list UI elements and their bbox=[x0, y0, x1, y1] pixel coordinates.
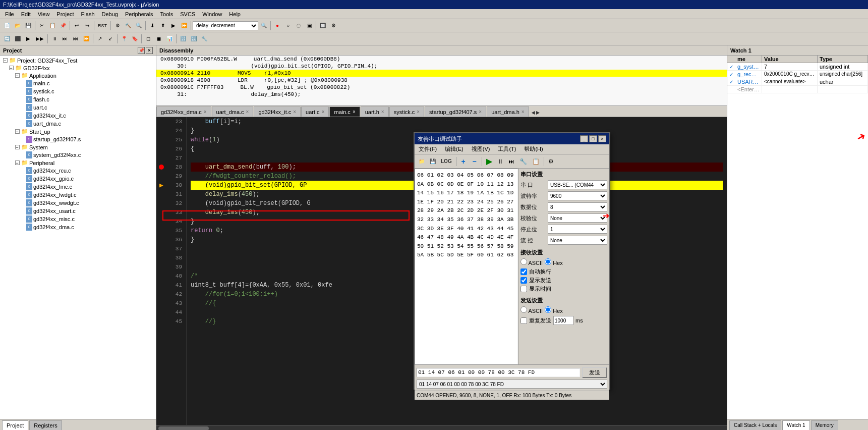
menu-edit[interactable]: Edit bbox=[18, 11, 34, 18]
save-btn[interactable]: 💾 bbox=[23, 21, 33, 31]
find-func-btn[interactable]: 🔍 bbox=[259, 21, 269, 31]
tb2-btn-16[interactable]: 🔢 bbox=[178, 34, 188, 44]
expand-peripheral[interactable]: − bbox=[14, 160, 20, 166]
tb2-btn-8[interactable]: ⏩ bbox=[81, 34, 91, 44]
serial-menu-view[interactable]: 视图(V) bbox=[470, 145, 492, 153]
function-select[interactable]: delay_decrement bbox=[193, 21, 258, 30]
tab-uart[interactable]: uart.c × bbox=[301, 106, 329, 117]
tb2-btn-18[interactable]: 🔧 bbox=[199, 34, 209, 44]
tree-wwdgt-c[interactable]: C gd32f4xx_wwdgt.c bbox=[0, 199, 156, 207]
tb2-btn-4[interactable]: ▶▶ bbox=[34, 34, 46, 44]
tb-btn-1[interactable]: RST bbox=[96, 21, 109, 31]
serial-tb-clear[interactable]: + bbox=[458, 156, 469, 167]
menu-project[interactable]: Project bbox=[53, 11, 77, 18]
run-btn[interactable]: ○ bbox=[283, 21, 293, 31]
send-input-field[interactable] bbox=[417, 368, 580, 377]
serial-minimize-btn[interactable]: _ bbox=[580, 135, 588, 142]
tb-btn-7[interactable]: ▶ bbox=[168, 21, 179, 31]
tab-close-systick[interactable]: × bbox=[417, 109, 420, 115]
tree-system-c[interactable]: C system_gd32f4xx.c bbox=[0, 151, 156, 159]
menu-view[interactable]: View bbox=[35, 11, 53, 18]
serial-tb-play[interactable]: ▶ bbox=[484, 156, 494, 167]
tab-scroll-right[interactable]: ► bbox=[536, 110, 540, 117]
new-btn[interactable]: 📄 bbox=[2, 21, 12, 31]
expand-system[interactable]: − bbox=[14, 144, 20, 150]
tree-systick-c[interactable]: C systick.c bbox=[0, 87, 156, 95]
tb2-btn-6[interactable]: ⏭ bbox=[60, 34, 70, 44]
panel-close-btn[interactable]: ✕ bbox=[146, 47, 153, 54]
serial-tb-pause[interactable]: ⏸ bbox=[495, 156, 505, 167]
expand-project[interactable]: − bbox=[2, 58, 8, 64]
horizontal-scrollbar[interactable] bbox=[156, 425, 727, 430]
tb-btn-5[interactable]: ⬇ bbox=[147, 21, 157, 31]
watch-row-1[interactable]: ✓ g_systick 7 unsigned int bbox=[727, 63, 868, 71]
tab-call-stack[interactable]: Call Stack + Locals bbox=[729, 420, 781, 431]
port-select[interactable]: USB-SE... (COM44 bbox=[548, 180, 607, 189]
copy-btn[interactable]: 📋 bbox=[47, 21, 57, 31]
databits-select[interactable]: 8 bbox=[548, 202, 607, 211]
undo-btn[interactable]: ↩ bbox=[72, 21, 82, 31]
tab-memory[interactable]: Memory bbox=[811, 420, 838, 431]
tree-startup-s[interactable]: S startup_gd32f407.s bbox=[0, 135, 156, 143]
tree-startup-folder[interactable]: − 📁 Start_up bbox=[0, 128, 156, 135]
tb2-btn-5[interactable]: ⏸ bbox=[49, 34, 60, 44]
serial-menu-file[interactable]: 文件(F) bbox=[417, 145, 439, 153]
ascii-radio-label[interactable]: ASCII bbox=[520, 258, 543, 266]
tb2-btn-1[interactable]: 🔄 bbox=[2, 34, 12, 44]
tb2-btn-14[interactable]: ◼ bbox=[154, 34, 164, 44]
tree-gpio-c[interactable]: C gd32f4xx_gpio.c bbox=[0, 175, 156, 183]
serial-menu-tools[interactable]: 工具(T) bbox=[496, 145, 518, 153]
tree-misc-c[interactable]: C gd32f4xx_misc.c bbox=[0, 215, 156, 223]
tab-close-gd32dma[interactable]: × bbox=[204, 109, 207, 115]
tb2-btn-7[interactable]: ⏮ bbox=[71, 34, 81, 44]
settings-btn[interactable]: ⚙ bbox=[328, 21, 338, 31]
debug-btn[interactable]: ● bbox=[272, 21, 282, 31]
menu-window[interactable]: Window bbox=[199, 11, 225, 18]
step-btn[interactable]: ◌ bbox=[294, 21, 304, 31]
serial-close-btn[interactable]: × bbox=[598, 135, 606, 142]
serial-menu-edit[interactable]: 编辑(E) bbox=[443, 145, 466, 153]
show-send-check[interactable] bbox=[520, 277, 527, 284]
tab-main[interactable]: main.c × bbox=[329, 106, 360, 117]
serial-tb-step[interactable]: ⏭ bbox=[506, 156, 516, 167]
tab-systick[interactable]: systick.c × bbox=[389, 106, 424, 117]
auto-newline-check[interactable] bbox=[520, 268, 527, 275]
tab-scroll-left[interactable]: ◄ bbox=[532, 110, 535, 117]
serial-tb-icon5[interactable]: 📋 bbox=[530, 156, 542, 167]
tb-btn-6[interactable]: ⬆ bbox=[158, 21, 168, 31]
tree-gd32f4xx[interactable]: − 📁 GD32F4xx bbox=[0, 64, 156, 72]
tab-uart-dma-h[interactable]: uart_dma.h × bbox=[487, 106, 529, 117]
tree-fwdgt-c[interactable]: C gd32f4xx_fwdgt.c bbox=[0, 191, 156, 199]
tab-close-uart-h[interactable]: × bbox=[381, 109, 384, 115]
tab-uart-dma[interactable]: uart_dma.c × bbox=[212, 106, 254, 117]
serial-tb-btn-3[interactable]: LOG bbox=[439, 156, 454, 167]
send-button[interactable]: 发送 bbox=[582, 367, 607, 378]
tree-fmc-c[interactable]: C gd32f4xx_fmc.c bbox=[0, 183, 156, 191]
expand-gd32[interactable]: − bbox=[8, 65, 14, 71]
tab-startup[interactable]: startup_gd32f407.s × bbox=[425, 106, 486, 117]
tb2-btn-13[interactable]: ◻ bbox=[143, 34, 153, 44]
tab-gd32it[interactable]: gd32f4xx_it.c × bbox=[254, 106, 301, 117]
tb2-btn-11[interactable]: 📍 bbox=[119, 34, 129, 44]
tab-project[interactable]: Project bbox=[2, 420, 28, 431]
tb-btn-9[interactable]: ▣ bbox=[304, 21, 314, 31]
flow-select[interactable]: None bbox=[548, 236, 607, 245]
tb-btn-3[interactable]: 🔨 bbox=[123, 21, 133, 31]
tab-close-gd32it[interactable]: × bbox=[293, 109, 296, 115]
watch-name-4[interactable]: <Enter expression> bbox=[735, 86, 762, 93]
tree-uart-c[interactable]: C uart.c bbox=[0, 103, 156, 112]
menu-flash[interactable]: Flash bbox=[78, 11, 98, 18]
tb2-btn-12[interactable]: 🔖 bbox=[130, 34, 140, 44]
menu-peripherals[interactable]: Peripherals bbox=[122, 11, 156, 18]
tab-gd32dma[interactable]: gd32f4xx_dma.c × bbox=[156, 106, 211, 117]
tree-system-folder[interactable]: − 📁 System bbox=[0, 143, 156, 151]
serial-tb-settings[interactable]: ⚙ bbox=[546, 156, 556, 167]
tree-uart-dma-c[interactable]: C uart_dma.c bbox=[0, 120, 156, 128]
tb2-btn-17[interactable]: 🔣 bbox=[189, 34, 199, 44]
stopbits-select[interactable]: 1 bbox=[548, 225, 607, 234]
tree-rcu-c[interactable]: C gd32f4xx_rcu.c bbox=[0, 167, 156, 175]
redo-btn[interactable]: ↪ bbox=[82, 21, 92, 31]
send-history-select[interactable]: 01 14 07 06 01 00 00 78 00 3C 78 FD bbox=[417, 380, 607, 389]
tab-close-uart-dma[interactable]: × bbox=[246, 109, 249, 115]
serial-maximize-btn[interactable]: □ bbox=[589, 135, 597, 142]
